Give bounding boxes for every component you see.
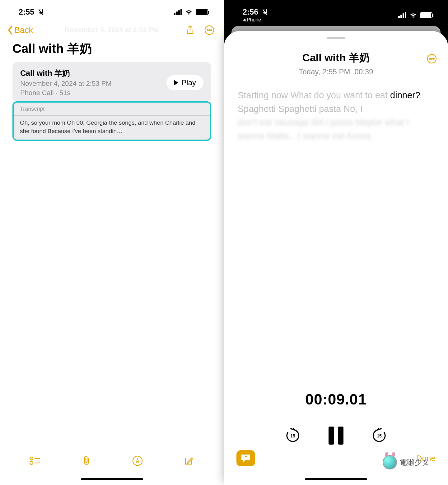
back-to-app-button[interactable]: ◀ Phone — [243, 17, 261, 23]
wifi-icon — [409, 12, 417, 18]
sheet-grabber[interactable] — [327, 37, 345, 39]
play-label: Play — [181, 78, 196, 87]
playback-controls: 00:09.01 15 15 — [224, 391, 448, 445]
status-bar: 2:56 ◀ Phone — [224, 0, 448, 25]
watermark-text: 電獺少女 — [399, 457, 429, 467]
battery-icon — [420, 12, 432, 18]
transcript-blurred-line: don't eat sausage did I pasta Maybe what… — [238, 116, 434, 143]
faded-date: November 4, 2024 at 2:53 PM — [0, 26, 224, 34]
status-time: 2:56 — [243, 7, 258, 16]
skip-back-15-button[interactable]: 15 — [285, 428, 301, 443]
watermark: 電獺少女 — [383, 455, 429, 469]
svg-point-10 — [429, 58, 431, 59]
status-time: 2:55 — [19, 7, 34, 16]
svg-point-11 — [431, 58, 432, 59]
sheet-duration: 00:39 — [354, 67, 373, 76]
transcript-text[interactable]: Starting now What do you want to eat din… — [224, 79, 448, 152]
recording-card[interactable]: Call with 羊奶 November 4, 2024 at 2:53 PM… — [12, 62, 211, 103]
svg-text:❝: ❝ — [245, 455, 247, 460]
watermark-avatar — [383, 455, 397, 469]
mute-icon — [261, 8, 269, 16]
card-date: November 4, 2024 at 2:53 PM — [20, 80, 166, 88]
signal-icon — [398, 12, 406, 18]
pause-button[interactable] — [329, 427, 343, 445]
signal-icon — [174, 9, 182, 15]
play-button[interactable]: Play — [166, 75, 203, 90]
compose-icon[interactable] — [184, 455, 194, 466]
wifi-icon — [185, 9, 193, 15]
attachment-icon[interactable] — [82, 455, 91, 466]
svg-point-12 — [433, 58, 434, 59]
transcript-before: Starting now What do you want to eat — [238, 90, 390, 100]
markup-icon[interactable] — [132, 455, 143, 466]
transcript-card[interactable]: Transcript Oh, so your mom Oh 00, Georgi… — [12, 101, 211, 141]
sheet-date: Today, 2:55 PM — [299, 67, 350, 76]
skip-forward-15-button[interactable]: 15 — [371, 428, 387, 443]
back-app-label: Phone — [247, 17, 261, 23]
transcript-after-1: Spaghetti Spaghetti pasta No, I — [238, 104, 362, 114]
battery-icon — [196, 9, 208, 15]
transcript-player-screen: 2:56 ◀ Phone Call with 羊奶 Today, 2:55 PM… — [224, 0, 448, 485]
checklist-icon[interactable] — [30, 456, 41, 465]
mute-icon — [37, 8, 45, 16]
card-title: Call with 羊奶 — [20, 68, 166, 78]
transcript-sheet: Call with 羊奶 Today, 2:55 PM 00:39 Starti… — [224, 31, 448, 485]
sheet-title: Call with 羊奶 — [236, 51, 436, 65]
quote-icon: ❝ — [241, 454, 251, 463]
play-icon — [174, 80, 178, 85]
home-indicator[interactable] — [305, 478, 367, 480]
bottom-toolbar — [0, 455, 224, 466]
playback-time: 00:09.01 — [224, 391, 448, 408]
card-meta: Phone Call · 51s — [20, 89, 166, 97]
quote-button[interactable]: ❝ — [236, 450, 255, 466]
svg-text:15: 15 — [377, 433, 382, 438]
transcript-active-word: dinner? — [390, 90, 420, 100]
home-indicator[interactable] — [81, 478, 143, 480]
svg-text:15: 15 — [290, 433, 295, 438]
transcript-body: Oh, so your mom Oh 00, Georgia the songs… — [14, 116, 210, 140]
page-title: Call with 羊奶 — [0, 37, 224, 62]
transcript-header: Transcript — [14, 103, 210, 116]
notes-screen: 2:55 Back November 4, 2024 at 2:53 PM Ca… — [0, 0, 224, 485]
status-bar: 2:55 — [0, 0, 224, 19]
svg-point-6 — [30, 461, 33, 464]
more-icon[interactable] — [427, 54, 437, 64]
